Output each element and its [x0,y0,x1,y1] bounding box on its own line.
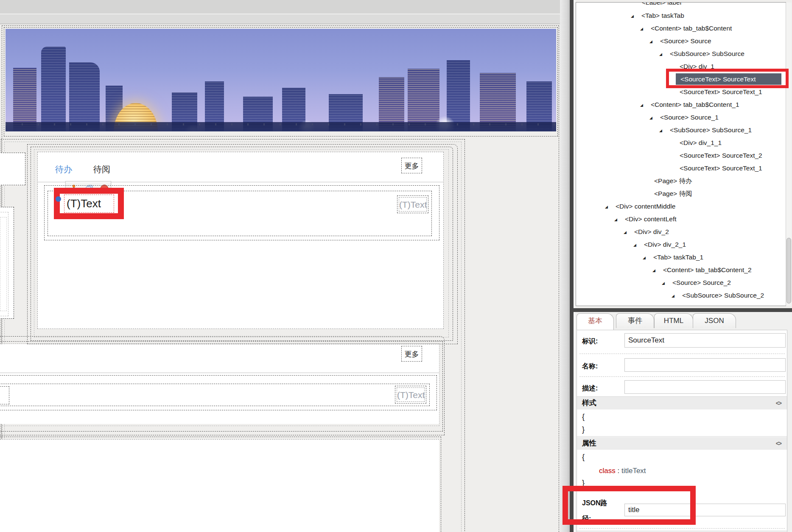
tree-node[interactable]: <SourceText> SourceText_2 [680,150,762,161]
task-tab-panel[interactable] [37,152,444,329]
tree-node[interactable]: <Page> 待阅 [654,189,692,199]
tree-expand-icon[interactable]: ◢ [614,214,617,225]
attr-section-header: 属性 <> [577,437,787,450]
toolbar-strip [0,14,570,24]
tab2-separator [0,373,439,373]
tree-expand-icon[interactable]: ◢ [662,278,665,288]
field-label-id: 标识: [582,335,598,348]
style-code-open[interactable]: { [582,410,585,423]
annotation-box-selected-text [54,188,124,219]
left-column-box[interactable] [0,153,25,185]
sourcetext-element-clipped[interactable]: (T)Text [0,386,9,404]
desc-input[interactable] [624,380,786,394]
attr-code-line[interactable]: class : titleText [599,465,646,477]
tree-expand-icon[interactable]: ◢ [649,113,652,123]
building-silhouette [41,47,66,131]
style-code-close[interactable]: } [582,423,585,436]
tree-node[interactable]: <Page> 待办 [654,176,692,186]
tree-expand-icon[interactable]: ◢ [672,291,674,301]
tab-basic[interactable]: 基本 [577,313,614,330]
tree-expand-icon[interactable]: ◢ [633,240,636,250]
code-edit-icon[interactable]: <> [776,397,781,409]
field-divider [579,376,785,377]
tree-node[interactable]: <Label> label [642,2,681,8]
tree-expand-icon[interactable]: ◢ [640,100,643,110]
tree-expand-icon[interactable]: ◢ [631,11,634,21]
source2-row-inner[interactable] [0,384,430,406]
building-silhouette [69,62,100,131]
tree-expand-icon[interactable]: ◢ [605,202,608,212]
tree-expand-icon[interactable]: ◢ [649,36,652,47]
annotation-box-jsonpath [563,486,696,525]
design-canvas[interactable]: 待办 待阅 更多 (T)Text (T)Text [0,0,570,532]
next-section-partial [577,530,787,532]
canvas-tab-todo[interactable]: 待办 [55,164,72,175]
tree-expand-icon[interactable]: ◢ [659,125,662,136]
tree-node[interactable]: <Div> div_1_2 [697,303,739,306]
tree-expand-icon[interactable]: ◢ [659,49,662,59]
left-column-sub-inner[interactable] [0,217,7,311]
section3-panel[interactable] [0,439,439,532]
ui-designer-window: 待办 待阅 更多 (T)Text (T)Text [0,0,792,532]
tree-node[interactable]: <SourceText> SourceText_1 [680,87,762,97]
style-section-header: 样式 <> [577,397,787,409]
more-link-bottom[interactable]: 更多 [401,346,422,362]
attr-code-open[interactable]: { [582,451,585,463]
field-label-desc: 描述: [582,382,598,395]
section-divider [577,436,787,437]
splitter-bar[interactable] [570,0,574,532]
vertical-splitter[interactable] [560,0,576,532]
id-input[interactable] [624,333,786,348]
name-input[interactable] [624,358,786,372]
tree-scrollbar[interactable] [786,3,792,306]
drag-handle-dot[interactable] [56,196,61,202]
field-divider [579,528,785,529]
sourcetext-element-right2[interactable]: (T)Text [395,386,426,404]
field-divider [579,354,785,354]
sourcetext-placeholder[interactable]: (T)Text [399,197,427,212]
tab-html[interactable]: HTML [654,313,693,328]
horizontal-splitter[interactable] [573,308,792,312]
tree-expand-icon[interactable]: ◢ [643,253,646,263]
canvas-tab-toread[interactable]: 待阅 [93,164,110,175]
tree-expand-icon[interactable]: ◢ [652,265,655,276]
horizon-strip [6,122,556,131]
sourcetext-placeholder2[interactable]: (T)Text [397,387,425,402]
annotation-box-tree-selection [666,69,789,88]
more-link-top[interactable]: 更多 [401,158,422,173]
sourcetext-element-right[interactable]: (T)Text [397,195,428,213]
field-label-name: 名称: [582,360,598,373]
tree-scrollbar-thumb[interactable] [786,238,791,304]
tree-expand-icon[interactable]: ◢ [640,24,643,34]
banner-image[interactable] [6,29,556,131]
tree-node[interactable]: <Div> div_1_1 [680,138,722,148]
window-chrome-bar [0,0,570,14]
tab-events[interactable]: 事件 [616,313,654,328]
code-edit-icon[interactable]: <> [776,437,781,450]
tree-node[interactable]: <SourceText> SourceText_1 [680,163,762,173]
tree-expand-icon[interactable]: ◢ [624,227,627,237]
tab-json[interactable]: JSON [693,313,736,328]
component-tree-panel[interactable]: <Label> label ◢<Tab> taskTab ◢<Content> … [576,2,786,306]
